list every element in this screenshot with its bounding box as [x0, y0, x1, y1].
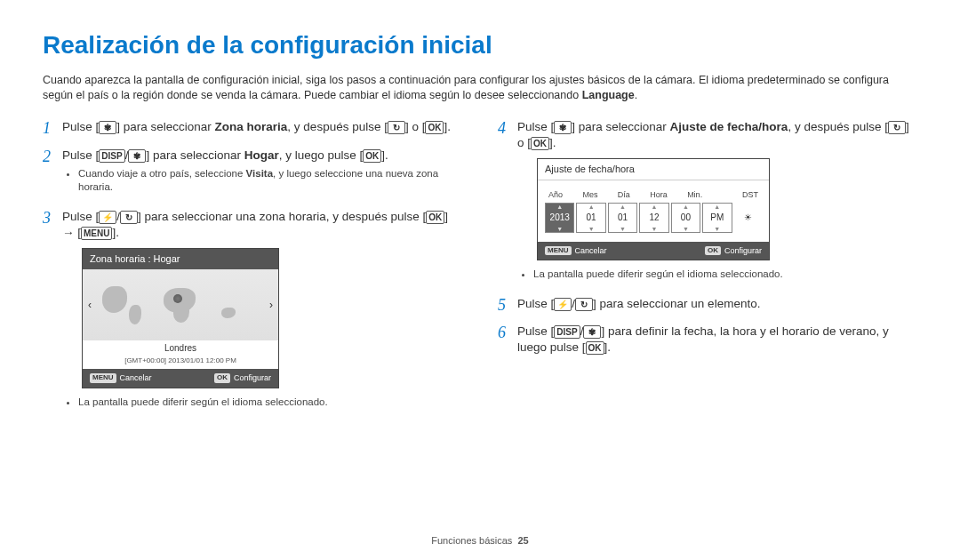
next-region-arrow[interactable]: › — [269, 298, 273, 312]
day-field[interactable]: ▲01▼ — [608, 203, 637, 233]
timer-icon: ↻ — [888, 121, 906, 134]
ok-key: OK — [426, 211, 444, 224]
step-1: 1 Pulse [✾] para seleccionar Zona horari… — [43, 119, 462, 139]
macro-icon: ✾ — [99, 121, 116, 134]
macro-icon: ✾ — [554, 121, 572, 134]
flash-icon: ⚡ — [99, 211, 116, 224]
year-field[interactable]: ▲2013▼ — [545, 203, 574, 233]
ok-key: OK — [531, 137, 549, 150]
ok-key: OK — [586, 341, 604, 355]
timer-icon: ↻ — [120, 211, 138, 224]
disp-key: DISP — [554, 325, 580, 339]
macro-icon: ✾ — [583, 325, 601, 339]
ampm-field[interactable]: ▲PM▼ — [702, 203, 732, 233]
prev-region-arrow[interactable]: ‹ — [88, 298, 92, 312]
macro-icon: ✾ — [128, 149, 146, 163]
page-footer: Funciones básicas 25 — [0, 534, 960, 548]
ok-key: OK — [363, 149, 381, 163]
page-title: Realización de la configuración inicial — [43, 28, 917, 62]
datetime-screenshot: Ajuste de fecha/hora Año Mes Día Hora Mi… — [537, 158, 770, 260]
flash-icon: ⚡ — [554, 298, 572, 311]
timezone-screenshot: Zona horaria : Hogar ‹ › — [82, 248, 279, 388]
disp-key: DISP — [99, 149, 124, 163]
ok-key: OK — [425, 121, 444, 134]
timer-icon: ↻ — [575, 298, 593, 311]
step-2: 2 Pulse [DISP/✾] para seleccionar Hogar,… — [43, 148, 462, 200]
month-field[interactable]: ▲01▼ — [576, 203, 605, 233]
minute-field[interactable]: ▲00▼ — [671, 203, 700, 233]
dst-icon[interactable]: ☀ — [734, 203, 762, 233]
timer-icon: ↻ — [388, 121, 405, 134]
menu-key: MENU — [81, 227, 112, 240]
step-5: 5 Pulse [⚡/↻] para seleccionar un elemen… — [498, 296, 917, 316]
step-6: 6 Pulse [DISP/✾] para definir la fecha, … — [498, 324, 917, 356]
intro-text: Cuando aparezca la pantalla de configura… — [43, 73, 917, 103]
step-4: 4 Pulse [✾] para seleccionar Ajuste de f… — [498, 119, 917, 287]
step-3: 3 Pulse [⚡/↻] para seleccionar una zona … — [43, 209, 462, 414]
hour-field[interactable]: ▲12▼ — [639, 203, 668, 233]
